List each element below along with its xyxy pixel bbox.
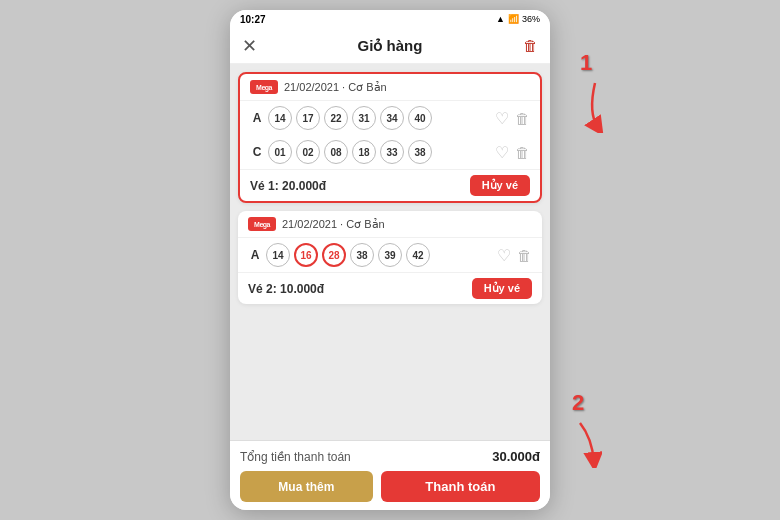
ticket-1-row-c-numbers: 01 02 08 18 33 38	[268, 140, 487, 164]
ticket-1-cancel-button[interactable]: Hủy vé	[470, 175, 530, 196]
ball: 31	[352, 106, 376, 130]
bottom-buttons: Mua thêm Thanh toán	[240, 471, 540, 502]
ball: 14	[266, 243, 290, 267]
checkout-button[interactable]: Thanh toán	[381, 471, 540, 502]
ticket-1-row-c-label: C	[250, 145, 264, 159]
status-time: 10:27	[240, 14, 266, 25]
mega-logo-text-1: Mega	[256, 84, 272, 91]
mega-logo-1: Mega	[250, 80, 278, 94]
ticket-2-row-a: A 14 16 28 38 39 42 ♡ 🗑	[238, 238, 542, 272]
mega-logo-2: Mega	[248, 217, 276, 231]
ticket-1-row-a-label: A	[250, 111, 264, 125]
ticket-1-footer: Vé 1: 20.000đ Hủy vé	[240, 169, 540, 201]
ticket-2-header: Mega 21/02/2021 · Cơ Bản	[238, 211, 542, 238]
ticket-2-footer: Vé 2: 10.000đ Hủy vé	[238, 272, 542, 304]
signal-icon: 📶	[508, 14, 519, 24]
ticket-1-row-a-numbers: 14 17 22 31 34 40	[268, 106, 487, 130]
battery-percent: 36%	[522, 14, 540, 24]
ball: 18	[352, 140, 376, 164]
page-title: Giỏ hàng	[358, 37, 423, 55]
phone-frame: 10:27 ▲ 📶 36% ✕ Giỏ hàng 🗑 Mega 21/02/20…	[230, 10, 550, 510]
content-area: Mega 21/02/2021 · Cơ Bản A 14 17 22 31 3…	[230, 64, 550, 440]
ticket-1-row-c: C 01 02 08 18 33 38 ♡ 🗑	[240, 135, 540, 169]
ticket-1-header: Mega 21/02/2021 · Cơ Bản	[240, 74, 540, 101]
ball: 40	[408, 106, 432, 130]
ticket-1-date: 21/02/2021 · Cơ Bản	[284, 81, 387, 94]
total-value: 30.000đ	[492, 449, 540, 464]
ticket-1-row-a-actions: ♡ 🗑	[495, 109, 530, 128]
total-label: Tổng tiền thanh toán	[240, 450, 351, 464]
ball: 17	[296, 106, 320, 130]
total-row: Tổng tiền thanh toán 30.000đ	[240, 449, 540, 464]
ticket-2-date: 21/02/2021 · Cơ Bản	[282, 218, 385, 231]
ball: 08	[324, 140, 348, 164]
ticket-1-row-c-actions: ♡ 🗑	[495, 143, 530, 162]
header-trash-icon[interactable]: 🗑	[523, 37, 538, 54]
ticket-2-row-a-label: A	[248, 248, 262, 262]
bottom-bar: Tổng tiền thanh toán 30.000đ Mua thêm Th…	[230, 440, 550, 510]
annotation-1-label: 1	[580, 50, 592, 75]
trash-icon[interactable]: 🗑	[515, 110, 530, 127]
ticket-2-cancel-button[interactable]: Hủy vé	[472, 278, 532, 299]
ball: 01	[268, 140, 292, 164]
ticket-1-price: Vé 1: 20.000đ	[250, 179, 326, 193]
ticket-2-price: Vé 2: 10.000đ	[248, 282, 324, 296]
status-icons: ▲ 📶 36%	[496, 14, 540, 24]
ball: 42	[406, 243, 430, 267]
status-bar: 10:27 ▲ 📶 36%	[230, 10, 550, 28]
mega-logo-text-2: Mega	[254, 221, 270, 228]
ticket-2-row-a-actions: ♡ 🗑	[497, 246, 532, 265]
ball-selected: 16	[294, 243, 318, 267]
ball: 38	[350, 243, 374, 267]
wifi-icon: ▲	[496, 14, 505, 24]
trash-icon[interactable]: 🗑	[515, 144, 530, 161]
ticket-2-row-a-numbers: 14 16 28 38 39 42	[266, 243, 489, 267]
close-button[interactable]: ✕	[242, 35, 257, 57]
annotation-2-label: 2	[572, 390, 584, 415]
ticket-card-1: Mega 21/02/2021 · Cơ Bản A 14 17 22 31 3…	[238, 72, 542, 203]
trash-icon[interactable]: 🗑	[517, 247, 532, 264]
ball: 39	[378, 243, 402, 267]
heart-icon[interactable]: ♡	[495, 143, 509, 162]
ball: 14	[268, 106, 292, 130]
ball: 22	[324, 106, 348, 130]
ball: 38	[408, 140, 432, 164]
heart-icon[interactable]: ♡	[495, 109, 509, 128]
ball: 33	[380, 140, 404, 164]
ball: 02	[296, 140, 320, 164]
heart-icon[interactable]: ♡	[497, 246, 511, 265]
ticket-1-row-a: A 14 17 22 31 34 40 ♡ 🗑	[240, 101, 540, 135]
header: ✕ Giỏ hàng 🗑	[230, 28, 550, 64]
ball-selected: 28	[322, 243, 346, 267]
add-more-button[interactable]: Mua thêm	[240, 471, 373, 502]
ball: 34	[380, 106, 404, 130]
ticket-card-2: Mega 21/02/2021 · Cơ Bản A 14 16 28 38 3…	[238, 211, 542, 304]
